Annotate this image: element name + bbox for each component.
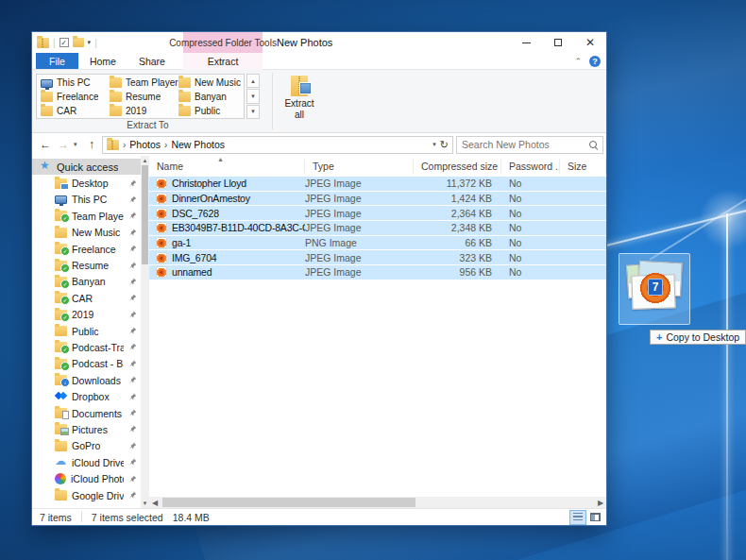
- extract-destination[interactable]: Banyan: [178, 90, 245, 104]
- sidebar-item[interactable]: Podcast-Trave: [32, 339, 141, 355]
- minimize-button[interactable]: [510, 32, 542, 53]
- recent-locations-chevron-icon[interactable]: ▾: [74, 141, 81, 148]
- column-header-password[interactable]: Password ...: [501, 159, 560, 174]
- tab-home[interactable]: Home: [78, 53, 127, 69]
- breadcrumb-item-photos[interactable]: Photos: [129, 139, 161, 150]
- file-row[interactable]: Christopher Lloyd JPEG Image 11,372 KB N…: [149, 177, 606, 192]
- sidebar-item-icon: [55, 457, 67, 467]
- gallery-scroll-down-icon[interactable]: ▼: [246, 89, 260, 103]
- details-view-icon: [573, 513, 583, 521]
- sidebar-item[interactable]: Freelance: [32, 241, 141, 257]
- file-row[interactable]: DinnerOnAmestoy JPEG Image 1,424 KB No: [149, 192, 606, 207]
- maximize-button[interactable]: [542, 32, 574, 53]
- destination-folder-icon: [178, 77, 191, 88]
- tab-extract[interactable]: Extract: [183, 53, 263, 70]
- sidebar-item[interactable]: GoPro: [32, 438, 141, 454]
- navigation-pane: Quick access Desktop: [32, 156, 141, 508]
- file-rows: Christopher Lloyd JPEG Image 11,372 KB N…: [149, 177, 606, 497]
- sidebar-item-label: Public: [72, 326, 99, 337]
- search-input[interactable]: Search New Photos: [456, 136, 603, 154]
- sidebar-item[interactable]: New Music: [32, 225, 141, 241]
- details-view-button[interactable]: [570, 511, 585, 524]
- thumbnails-view-button[interactable]: [587, 511, 602, 524]
- gallery-scroll-up-icon[interactable]: ▲: [246, 74, 260, 88]
- sidebar-item[interactable]: Downloads: [32, 372, 141, 388]
- column-header-type[interactable]: Type: [305, 159, 414, 174]
- extract-destination[interactable]: 2019: [110, 104, 178, 118]
- sidebar-scrollbar-thumb[interactable]: [142, 165, 148, 264]
- close-button[interactable]: ✕: [574, 32, 606, 53]
- tab-file[interactable]: File: [36, 53, 78, 69]
- view-toggle-buttons: [570, 511, 602, 524]
- extract-all-button[interactable]: Extract all: [277, 73, 322, 130]
- address-bar: ← → ▾ ↑ › Photos › New Photos ▾ ↻ Search…: [32, 133, 606, 156]
- horizontal-scrollbar[interactable]: ◀ ▶: [149, 497, 606, 508]
- file-type-cell: JPEG Image: [305, 178, 414, 189]
- ribbon-tab-bar: File Home Share View Extract ⌃ ?: [32, 53, 606, 70]
- sidebar-item[interactable]: Desktop: [32, 175, 141, 191]
- sidebar-item[interactable]: Pictures: [32, 421, 141, 437]
- sidebar-item-label: CAR: [72, 293, 93, 304]
- sidebar-item[interactable]: Team Player: [32, 208, 141, 224]
- scroll-down-icon[interactable]: ▼: [141, 499, 149, 508]
- forward-icon[interactable]: →: [56, 138, 71, 151]
- up-icon[interactable]: ↑: [84, 138, 99, 151]
- extract-destination[interactable]: Resume: [110, 90, 178, 104]
- scroll-right-icon[interactable]: ▶: [595, 499, 606, 507]
- sidebar-item[interactable]: Google Drive: [32, 487, 141, 503]
- sidebar-item-icon: [55, 244, 67, 254]
- extract-destination[interactable]: This PC: [41, 76, 110, 90]
- file-row[interactable]: unnamed JPEG Image 956 KB No: [149, 265, 606, 280]
- destination-folder-icon: [178, 92, 191, 102]
- new-folder-icon[interactable]: [73, 38, 84, 47]
- sidebar-item[interactable]: Public: [32, 323, 141, 339]
- sidebar-item-label: Downloads: [72, 375, 121, 386]
- sidebar-item[interactable]: Podcast - BSG: [32, 356, 141, 372]
- sort-ascending-icon: ▲: [217, 156, 224, 162]
- sidebar-item[interactable]: This PC: [32, 192, 141, 208]
- extract-destination[interactable]: CAR: [41, 104, 110, 118]
- back-icon[interactable]: ←: [38, 138, 53, 151]
- file-password-cell: No: [501, 193, 560, 204]
- extract-destination[interactable]: Freelance: [41, 90, 110, 104]
- gallery-more-icon[interactable]: ▼: [246, 105, 260, 119]
- destination-label: New Music: [195, 77, 241, 88]
- address-dropdown-chevron-icon[interactable]: ▾: [432, 141, 436, 148]
- file-row[interactable]: IMG_6704 JPEG Image 323 KB No: [149, 250, 606, 265]
- extract-destination[interactable]: Public: [178, 104, 245, 118]
- collapse-ribbon-icon[interactable]: ⌃: [574, 57, 582, 66]
- customize-toolbar-chevron-icon[interactable]: ▾: [88, 39, 92, 46]
- sidebar-item[interactable]: iCloud Photos: [32, 470, 141, 486]
- scroll-up-icon[interactable]: ▲: [141, 156, 149, 165]
- sidebar-item[interactable]: Documents: [32, 405, 141, 421]
- title-bar[interactable]: | ✓ ▾ | Compressed Folder Tools New Phot…: [32, 32, 606, 53]
- sidebar-item[interactable]: 2019: [32, 307, 141, 323]
- scroll-left-icon[interactable]: ◀: [149, 499, 161, 507]
- file-row[interactable]: ga-1 PNG Image 66 KB No: [149, 236, 606, 251]
- sidebar-item[interactable]: Resume: [32, 257, 141, 273]
- refresh-icon[interactable]: ↻: [440, 140, 449, 150]
- horizontal-scrollbar-thumb[interactable]: [162, 498, 415, 507]
- file-row[interactable]: DSC_7628 JPEG Image 2,364 KB No: [149, 206, 606, 221]
- column-header-compressed-size[interactable]: Compressed size: [414, 159, 501, 174]
- properties-icon[interactable]: ✓: [59, 38, 69, 47]
- extract-destination[interactable]: Team Player: [110, 76, 178, 90]
- breadcrumb[interactable]: › Photos › New Photos ▾ ↻: [102, 136, 453, 154]
- column-header-size[interactable]: Size: [560, 159, 606, 174]
- breadcrumb-item-new-photos[interactable]: New Photos: [171, 139, 225, 150]
- sidebar-item[interactable]: Dropbox: [32, 388, 141, 404]
- file-row[interactable]: EB3049B7-B11D-40CD-8A3C-C3CB... JPEG Ima…: [149, 221, 606, 236]
- sidebar-item-label: Podcast-Trave: [72, 342, 124, 353]
- sidebar-item[interactable]: CAR: [32, 290, 141, 306]
- column-header-name[interactable]: Name: [149, 159, 305, 174]
- search-icon[interactable]: [589, 141, 598, 149]
- tab-share[interactable]: Share: [127, 53, 177, 69]
- sidebar-item[interactable]: Banyan: [32, 274, 141, 290]
- help-icon[interactable]: ?: [589, 56, 601, 67]
- sidebar-item[interactable]: Quick access: [32, 159, 141, 175]
- contextual-tab-header: Compressed Folder Tools: [183, 32, 263, 53]
- sidebar-item-icon: [55, 359, 67, 369]
- sidebar-scrollbar[interactable]: ▲ ▼: [141, 156, 149, 508]
- sidebar-item[interactable]: iCloud Drive: [32, 454, 141, 470]
- extract-destination[interactable]: New Music: [178, 76, 245, 90]
